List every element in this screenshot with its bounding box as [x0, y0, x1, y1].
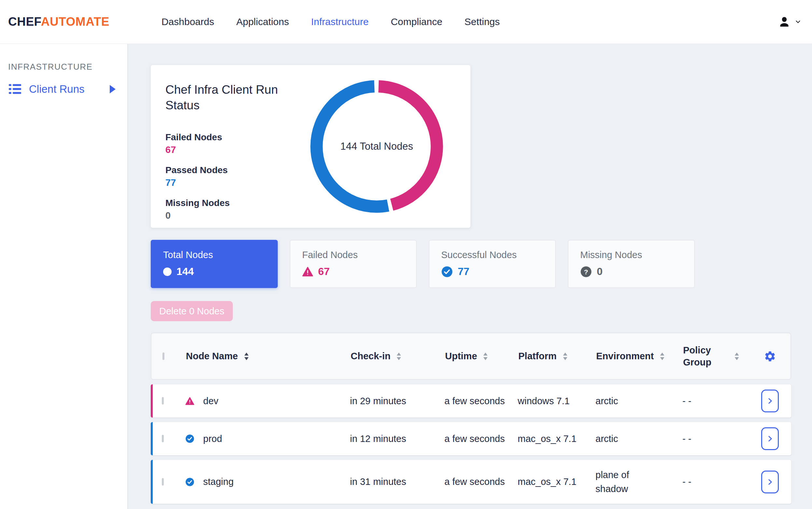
row-checkbox[interactable]: [162, 478, 164, 485]
open-node-button[interactable]: [761, 471, 779, 494]
card-label: Failed Nodes: [302, 249, 416, 260]
column-platform: Platform: [518, 350, 557, 362]
chef-automate-app: CHEFAUTOMATE Dashboards Applications Inf…: [0, 0, 812, 509]
svg-text:?: ?: [584, 268, 588, 275]
gear-icon[interactable]: [764, 350, 776, 363]
row-checkbox[interactable]: [162, 397, 164, 405]
uptime-cell: a few seconds: [445, 475, 518, 488]
main-nav: Dashboards Applications Infrastructure C…: [161, 16, 500, 27]
stat-label: Failed Nodes: [165, 132, 308, 142]
client-run-status-card: Chef Infra Client Run Status Failed Node…: [151, 65, 470, 228]
user-menu[interactable]: [778, 15, 802, 29]
table-row: prod in 12 minutes a few seconds mac_os_…: [151, 422, 791, 455]
missing-nodes-card[interactable]: Missing Nodes ? 0: [568, 240, 695, 288]
chevron-down-icon: [794, 18, 802, 25]
stat-value: 67: [165, 144, 308, 155]
column-node-name: Node Name: [186, 350, 238, 362]
platform-cell: mac_os_x 7.1: [518, 432, 595, 445]
sort-icon[interactable]: [562, 352, 568, 361]
donut-center-label: 144 Total Nodes: [308, 78, 445, 215]
status-card-left: Chef Infra Client Run Status Failed Node…: [151, 65, 308, 228]
node-name: staging: [203, 476, 234, 487]
chef-automate-logo[interactable]: CHEFAUTOMATE: [8, 15, 109, 29]
card-label: Successful Nodes: [441, 249, 555, 260]
policy-group-cell: - -: [682, 432, 749, 445]
node-name: prod: [203, 434, 222, 444]
sort-icon[interactable]: [244, 352, 249, 361]
failed-nodes-card[interactable]: Failed Nodes 67: [290, 240, 417, 288]
status-card-title: Chef Infra Client Run Status: [165, 82, 296, 113]
total-nodes-card[interactable]: Total Nodes 144: [151, 240, 278, 288]
nav-compliance[interactable]: Compliance: [391, 16, 442, 27]
policy-group-cell: - -: [682, 475, 749, 488]
delete-nodes-button[interactable]: Delete 0 Nodes: [151, 301, 233, 321]
sort-icon[interactable]: [660, 352, 665, 361]
success-status-icon: [185, 477, 194, 486]
failed-status-icon: [185, 397, 194, 405]
sort-icon[interactable]: [483, 352, 488, 361]
top-nav: CHEFAUTOMATE Dashboards Applications Inf…: [0, 0, 812, 44]
nav-applications[interactable]: Applications: [236, 16, 289, 27]
missing-nodes-stat: Missing Nodes 0: [165, 198, 308, 221]
platform-cell: windows 7.1: [518, 394, 595, 408]
nav-settings[interactable]: Settings: [465, 16, 500, 27]
uptime-cell: a few seconds: [445, 432, 518, 445]
environment-cell: arctic: [595, 394, 651, 408]
user-avatar-icon: [778, 15, 791, 29]
check-in-cell: in 29 minutes: [350, 394, 445, 408]
question-circle-icon: ?: [580, 266, 592, 278]
summary-cards-row: Total Nodes 144 Failed Nodes 67: [151, 240, 792, 288]
sidebar-item-label: Client Runs: [29, 83, 85, 95]
card-value: 0: [597, 266, 603, 278]
warning-triangle-icon: [302, 267, 313, 277]
table-row: staging in 31 minutes a few seconds mac_…: [151, 460, 791, 504]
sort-icon[interactable]: [396, 352, 401, 361]
sidebar-heading: INFRASTRUCTURE: [8, 62, 127, 72]
row-checkbox[interactable]: [162, 435, 164, 442]
column-check-in: Check-in: [351, 350, 390, 362]
logo-automate: AUTOMATE: [41, 15, 109, 28]
nav-dashboards[interactable]: Dashboards: [161, 16, 214, 27]
check-circle-icon: [441, 266, 453, 278]
stat-value: 0: [165, 210, 308, 221]
client-runs-list-icon: [8, 83, 22, 95]
card-value: 144: [176, 266, 194, 278]
expand-arrow-icon[interactable]: [110, 85, 116, 93]
client-run-donut: 144 Total Nodes: [308, 78, 445, 215]
nav-infrastructure[interactable]: Infrastructure: [311, 16, 368, 27]
table-header: Node Name Check-in Uptime: [151, 333, 791, 380]
card-label: Total Nodes: [163, 249, 277, 260]
success-status-icon: [185, 434, 194, 443]
environment-cell: arctic: [595, 432, 651, 445]
successful-nodes-card[interactable]: Successful Nodes 77: [429, 240, 556, 288]
check-in-cell: in 31 minutes: [350, 475, 445, 488]
nodes-table: Node Name Check-in Uptime: [151, 333, 791, 504]
main-content: Chef Infra Client Run Status Failed Node…: [128, 44, 812, 509]
sidebar-item-client-runs[interactable]: Client Runs: [8, 83, 116, 95]
card-value: 77: [458, 266, 469, 278]
open-node-button[interactable]: [761, 389, 779, 412]
card-label: Missing Nodes: [580, 249, 694, 260]
stat-label: Missing Nodes: [165, 198, 308, 208]
node-name: dev: [203, 396, 219, 406]
stat-label: Passed Nodes: [165, 165, 308, 175]
column-environment: Environment: [596, 350, 654, 362]
stat-value: 77: [165, 177, 308, 188]
circle-icon: [163, 268, 171, 276]
open-node-button[interactable]: [761, 427, 779, 450]
passed-nodes-stat: Passed Nodes 77: [165, 165, 308, 188]
status-card-stats: Failed Nodes 67 Passed Nodes 77 Missing …: [165, 132, 308, 221]
table-row: dev in 29 minutes a few seconds windows …: [151, 384, 791, 417]
column-uptime: Uptime: [445, 350, 477, 362]
card-value: 67: [318, 266, 330, 278]
sort-icon[interactable]: [734, 352, 739, 361]
environment-cell: plane of shadow: [595, 468, 651, 495]
failed-nodes-stat: Failed Nodes 67: [165, 132, 308, 155]
select-all-checkbox[interactable]: [162, 352, 164, 360]
policy-group-cell: - -: [682, 394, 749, 408]
uptime-cell: a few seconds: [445, 394, 518, 408]
check-in-cell: in 12 minutes: [350, 432, 445, 445]
logo-chef: CHEF: [8, 15, 41, 28]
sidebar: INFRASTRUCTURE Client Runs: [0, 44, 128, 509]
platform-cell: mac_os_x 7.1: [518, 475, 595, 488]
